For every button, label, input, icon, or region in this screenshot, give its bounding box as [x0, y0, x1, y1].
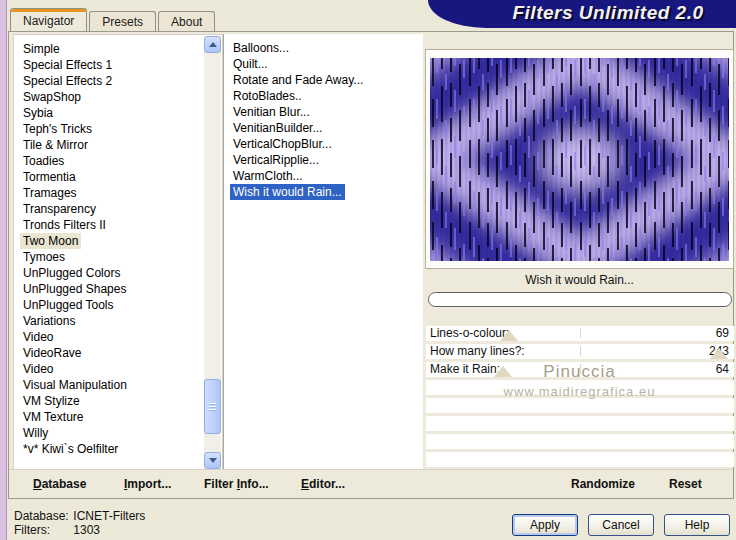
category-item[interactable]: Tramages [14, 185, 222, 201]
app-title: Filters Unlimited 2.0 [486, 2, 730, 24]
category-item[interactable]: *v* Kiwi`s Oelfilter [14, 441, 222, 457]
status-filters: Filters: 1303 [14, 523, 100, 537]
title-banner: Filters Unlimited 2.0 [428, 0, 736, 28]
slider-label: How many lines?: [430, 344, 525, 359]
progress-bar [428, 292, 732, 307]
category-item[interactable]: Two Moon [14, 233, 222, 249]
randomize-button[interactable]: Randomize [571, 470, 635, 499]
slider-thumb[interactable] [500, 330, 518, 341]
filter-listbox[interactable]: Balloons... Quilt... Rotate and Fade Awa… [223, 34, 423, 471]
scroll-down-button[interactable] [204, 452, 221, 469]
empty-parameter-row [426, 434, 734, 449]
status-database-label: Database: [14, 509, 70, 523]
category-item[interactable]: Special Effects 2 [14, 73, 222, 89]
empty-parameter-row [426, 398, 734, 413]
category-item[interactable]: Video [14, 361, 222, 377]
database-button[interactable]: Database [33, 470, 86, 499]
filter-info-button[interactable]: Filter Info... [204, 470, 269, 499]
category-item[interactable]: Toadies [14, 153, 222, 169]
tab-bar: Navigator Presets About [10, 8, 217, 31]
window-edge-strip [0, 0, 7, 540]
category-item[interactable]: VM Texture [14, 409, 222, 425]
status-database: Database: ICNET-Filters [14, 509, 145, 523]
slider-tick [580, 328, 581, 338]
category-item[interactable]: Tormentia [14, 169, 222, 185]
category-item[interactable]: Willy [14, 425, 222, 441]
category-item[interactable]: Tile & Mirror [14, 137, 222, 153]
import-button[interactable]: Import... [124, 470, 171, 499]
category-item[interactable]: UnPlugged Colors [14, 265, 222, 281]
filter-item[interactable]: VerticalChopBlur... [224, 136, 423, 152]
filter-item[interactable]: Wish it would Rain... [224, 184, 423, 200]
status-filters-label: Filters: [14, 523, 70, 537]
filter-items: Balloons... Quilt... Rotate and Fade Awa… [224, 34, 423, 200]
preview-image[interactable] [430, 58, 729, 261]
filter-item[interactable]: VerticalRipplie... [224, 152, 423, 168]
tab-panel: Simple Special Effects 1 Special Effects… [8, 31, 734, 499]
category-item[interactable]: Transparency [14, 201, 222, 217]
filter-item[interactable]: Quilt... [224, 56, 423, 72]
empty-parameter-row [426, 416, 734, 431]
tab-about[interactable]: About [158, 11, 215, 31]
category-items: Simple Special Effects 1 Special Effects… [14, 35, 222, 457]
cancel-button[interactable]: Cancel [588, 514, 654, 536]
category-scrollbar[interactable] [204, 36, 221, 469]
category-item[interactable]: UnPlugged Tools [14, 297, 222, 313]
filter-item[interactable]: Venitian Blur... [224, 104, 423, 120]
category-item[interactable]: Special Effects 1 [14, 57, 222, 73]
scrollbar-thumb[interactable] [204, 379, 221, 434]
status-database-value: ICNET-Filters [73, 509, 145, 523]
category-item[interactable]: Teph's Tricks [14, 121, 222, 137]
slider-value: 69 [716, 326, 729, 341]
filter-item[interactable]: Balloons... [224, 40, 423, 56]
filter-item[interactable]: Rotate and Fade Away... [224, 72, 423, 88]
empty-parameter-row [426, 452, 734, 467]
apply-button[interactable]: Apply [512, 514, 578, 536]
filter-item[interactable]: WarmCloth... [224, 168, 423, 184]
category-item[interactable]: Tronds Filters II [14, 217, 222, 233]
slider-label: Lines-o-colour: [430, 326, 509, 341]
category-item[interactable]: VM Stylize [14, 393, 222, 409]
category-item[interactable]: SwapShop [14, 89, 222, 105]
arrow-down-icon [209, 458, 217, 463]
scroll-up-button[interactable] [204, 36, 221, 53]
category-item[interactable]: Tymoes [14, 249, 222, 265]
category-item[interactable]: Visual Manipulation [14, 377, 222, 393]
watermark-name: Pinuccia [425, 362, 734, 382]
slider-tick [580, 346, 581, 356]
filters-unlimited-window: Filters Unlimited 2.0 Navigator Presets … [0, 0, 736, 540]
arrow-up-icon [209, 42, 217, 47]
category-listbox[interactable]: Simple Special Effects 1 Special Effects… [13, 34, 223, 471]
category-item[interactable]: UnPlugged Shapes [14, 281, 222, 297]
category-item[interactable]: Simple [14, 41, 222, 57]
reset-button[interactable]: Reset [669, 470, 702, 499]
slider-row[interactable]: How many lines?:243 [426, 344, 734, 359]
filter-item[interactable]: RotoBlades.. [224, 88, 423, 104]
slider-row[interactable]: Lines-o-colour:69 [426, 326, 734, 341]
category-item[interactable]: VideoRave [14, 345, 222, 361]
category-item[interactable]: Variations [14, 313, 222, 329]
tab-presets[interactable]: Presets [89, 11, 156, 31]
help-button[interactable]: Help [664, 514, 730, 536]
editor-button[interactable]: Editor... [301, 470, 345, 499]
category-item[interactable]: Sybia [14, 105, 222, 121]
status-filters-value: 1303 [73, 523, 100, 537]
filter-item[interactable]: VenitianBuilder... [224, 120, 423, 136]
tab-navigator[interactable]: Navigator [10, 8, 87, 31]
preview-caption: Wish it would Rain... [425, 273, 734, 287]
slider-thumb[interactable] [710, 348, 728, 359]
preview-frame [425, 49, 734, 269]
toolbar-band: Database Import... Filter Info... Editor… [9, 469, 733, 498]
watermark-url: www.maidiregrafica.eu [425, 384, 734, 399]
category-item[interactable]: Video [14, 329, 222, 345]
